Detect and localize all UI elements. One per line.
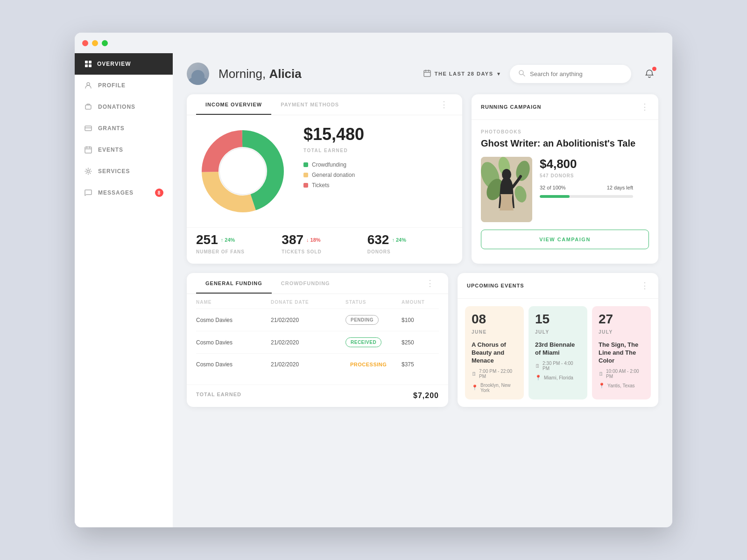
events-icon [84,146,92,154]
event-name: 23rd Biennale of Miami [535,341,581,357]
income-tabs: INCOME OVERVIEW PAYMENT METHODS ⋮ [187,94,462,115]
row-amount: $100 [402,317,439,323]
event-card-1[interactable]: 08 JUNE A Chorus of Beauty and Menace 🗓 … [465,306,524,399]
col-name: NAME [196,300,271,305]
svg-rect-5 [85,126,92,131]
clock-icon: 🗓 [535,363,540,369]
events-title: UPCOMING EVENTS [467,283,524,288]
sidebar-item-donations[interactable]: DONATIONS [75,96,173,118]
sidebar-item-label: PROFILE [98,82,126,89]
campaign-body: PHOTOBOOKS Ghost Writer: an Abolitionist… [472,120,658,259]
sidebar-item-messages[interactable]: MESSAGES 8 [75,182,173,203]
tab-crowdfunding[interactable]: CROWDFUNDING [272,273,339,294]
event-location: 📍 Miami, Florida [535,375,581,381]
status-badge: PROCESSING [345,360,391,369]
progress-current: 32 of 100% [540,185,566,190]
campaign-card: RUNNING CAMPAIGN ⋮ PHOTOBOOKS Ghost Writ… [472,94,658,264]
event-card-3[interactable]: 27 JULY The Sign, The Line and The Color… [592,306,651,399]
svg-rect-0 [85,61,88,63]
svg-rect-1 [89,61,92,63]
search-input[interactable] [530,70,623,77]
stat-tickets: 387 ↓ 18% TICKETS SOLD [282,232,367,254]
event-name: A Chorus of Beauty and Menace [472,341,517,365]
date-filter-label: THE LAST 28 DAYS [435,71,493,77]
stat-value: 632 [367,232,389,247]
main-content: Morning, Alicia THE LAST 28 DAYS ▾ [173,53,672,527]
avatar [187,63,209,85]
progress-fill [540,195,570,198]
income-menu[interactable]: ⋮ [435,95,453,114]
event-time: 🗓 2:30 PM - 4:00 PM [535,361,581,371]
maximize-dot[interactable] [102,40,108,46]
sidebar-item-grants[interactable]: GRANTS [75,118,173,139]
view-campaign-button[interactable]: VIEW CAMPAIGN [481,230,649,249]
notifications-button[interactable] [641,65,658,83]
minimize-dot[interactable] [92,40,98,46]
campaign-amount: $4,800 [540,157,633,171]
clock-icon: 🗓 [599,371,604,377]
row-amount: $250 [402,339,439,346]
funding-table: NAME DONATE DATE STATUS AMOUNT Cosmo Dav… [187,294,448,385]
row-amount: $375 [402,361,439,368]
svg-line-17 [523,74,525,76]
greeting-name: Alicia [269,67,301,81]
search-icon [518,70,525,78]
funding-menu[interactable]: ⋮ [421,273,439,293]
progress-labels: 32 of 100% 12 days left [540,185,633,190]
event-card-2[interactable]: 15 JULY 23rd Biennale of Miami 🗓 2:30 PM… [529,306,587,399]
legend-label: Crowdfunding [312,161,346,168]
tab-payment-methods[interactable]: PAYMENT METHODS [271,94,348,115]
sidebar-item-overview[interactable]: OVERVIEW [75,53,173,75]
svg-rect-7 [85,147,92,153]
close-dot[interactable] [82,40,88,46]
events-body: 08 JUNE A Chorus of Beauty and Menace 🗓 … [458,299,658,407]
campaign-menu[interactable]: ⋮ [641,102,649,112]
col-date: DONATE DATE [271,300,345,305]
sidebar-item-services[interactable]: SERVICES [75,161,173,182]
greeting: Morning, Alicia [218,67,414,81]
tab-income-overview[interactable]: INCOME OVERVIEW [196,94,271,115]
legend-tickets: Tickets [303,182,453,189]
progress-bar [540,195,633,198]
sidebar-item-profile[interactable]: PROFILE [75,75,173,96]
campaign-content: $4,800 547 DONORS 32 of 100% 12 days lef… [481,157,649,222]
date-filter[interactable]: THE LAST 28 DAYS ▾ [423,70,500,78]
event-location: 📍 Brooklyn, New York [472,383,517,393]
overview-icon [84,60,92,68]
event-month: JULY [535,329,581,335]
bottom-row: GENERAL FUNDING CROWDFUNDING ⋮ NAME DONA… [187,273,658,407]
funding-tabs: GENERAL FUNDING CROWDFUNDING ⋮ [187,273,448,294]
sidebar-item-label: DONATIONS [98,104,135,110]
event-location: 📍 Yantis, Texas [599,383,644,389]
sidebar-item-label: EVENTS [98,147,123,153]
sidebar-item-events[interactable]: EVENTS [75,139,173,161]
row-date: 21/02/2020 [271,339,345,346]
stat-value: 387 [282,232,303,247]
events-menu[interactable]: ⋮ [641,280,649,291]
total-label: TOTAL EARNED [196,392,241,400]
row-name: Cosmo Davies [196,361,271,368]
income-card: INCOME OVERVIEW PAYMENT METHODS ⋮ [187,94,462,264]
tab-general-funding[interactable]: GENERAL FUNDING [196,273,272,294]
legend-dot-tickets [303,183,308,188]
col-amount: AMOUNT [402,300,439,305]
sidebar-item-label: MESSAGES [98,189,134,196]
header: Morning, Alicia THE LAST 28 DAYS ▾ [173,53,672,94]
progress-days: 12 days left [607,185,633,190]
event-day: 27 [599,313,644,326]
total-value: $7,200 [413,392,439,400]
total-label: TOTAL EARNED [303,148,453,153]
notification-dot [652,67,656,71]
svg-point-4 [87,83,90,85]
stat-change: ↓ 18% [306,237,321,243]
total-amount: $15,480 [303,125,453,144]
legend-label: General donation [312,172,355,178]
legend-dot-crowdfunding [303,162,308,167]
events-card: UPCOMING EVENTS ⋮ 08 JUNE A Chorus of Be… [458,273,658,407]
table-row: Cosmo Davies 21/02/2020 PENDING $100 [196,309,439,331]
event-month: JULY [599,329,644,335]
stat-change: ↑ 24% [221,237,235,243]
sidebar: OVERVIEW PROFILE [75,53,173,527]
location-icon: 📍 [535,375,542,381]
income-right: $15,480 TOTAL EARNED Crowdfunding Genera… [303,125,453,189]
